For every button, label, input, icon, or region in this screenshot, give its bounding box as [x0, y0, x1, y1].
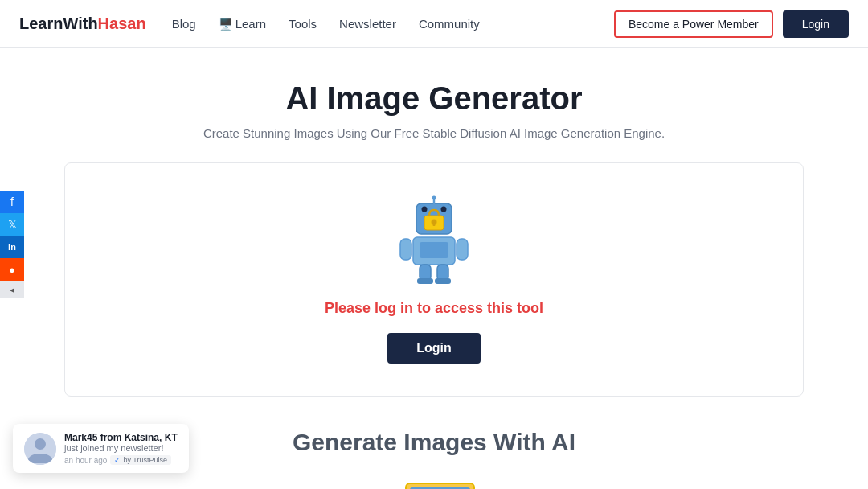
svg-rect-11	[457, 239, 468, 260]
ai-illustration-container	[64, 475, 804, 489]
svg-point-7	[441, 207, 447, 212]
social-sidebar: f 𝕏 in ● ◂	[0, 191, 24, 298]
collapse-icon: ◂	[10, 285, 14, 295]
login-button[interactable]: Login	[783, 10, 849, 38]
trustpulse-action: just joined my newsletter!	[64, 443, 178, 453]
svg-point-6	[422, 207, 428, 212]
nav-learn[interactable]: 🖥️ Learn	[219, 17, 266, 31]
svg-point-34	[35, 438, 46, 450]
svg-point-5	[432, 196, 436, 200]
tool-card: Please log in to access this tool Login	[64, 162, 804, 397]
nav-learn-label: Learn	[235, 17, 266, 31]
trustpulse-meta: an hour ago ✓ by TrustPulse	[64, 455, 178, 465]
nav-blog[interactable]: Blog	[172, 17, 196, 31]
avatar-icon	[24, 433, 56, 465]
social-collapse-button[interactable]: ◂	[0, 281, 24, 298]
nav-community[interactable]: Community	[419, 17, 480, 31]
svg-rect-9	[420, 242, 448, 258]
trustpulse-time: an hour ago	[64, 456, 107, 465]
power-member-button[interactable]: Become a Power Member	[614, 10, 773, 38]
linkedin-share-button[interactable]: in	[0, 236, 24, 258]
login-prompt-text: Please log in to access this tool	[325, 300, 543, 317]
linkedin-icon: in	[8, 242, 16, 252]
logo-learn: Learn	[19, 14, 63, 33]
facebook-share-button[interactable]: f	[0, 191, 24, 213]
svg-rect-15	[435, 278, 451, 284]
trustpulse-notification: Mark45 from Katsina, KT just joined my n…	[13, 424, 189, 473]
main-content: AI Image Generator Create Stunning Image…	[48, 48, 820, 489]
page-title: AI Image Generator	[64, 80, 804, 117]
robot-illustration	[394, 195, 474, 284]
svg-rect-14	[417, 278, 433, 284]
svg-rect-10	[400, 239, 411, 260]
twitter-icon: 𝕏	[8, 218, 17, 231]
navbar: LearnWithHasan Blog 🖥️ Learn Tools Newsl…	[0, 0, 868, 48]
logo-with: With	[63, 14, 97, 33]
nav-actions: Become a Power Member Login	[614, 10, 849, 38]
facebook-icon: f	[10, 195, 14, 208]
twitter-share-button[interactable]: 𝕏	[0, 213, 24, 236]
check-icon: ✓	[114, 456, 121, 464]
svg-rect-3	[433, 222, 436, 226]
nav-tools[interactable]: Tools	[289, 17, 317, 31]
nav-links: Blog 🖥️ Learn Tools Newsletter Community	[172, 17, 614, 31]
trustpulse-name: Mark45 from Katsina, KT	[64, 432, 178, 443]
trustpulse-badge: ✓ by TrustPulse	[110, 455, 171, 465]
nav-newsletter[interactable]: Newsletter	[339, 17, 396, 31]
card-login-button[interactable]: Login	[387, 333, 481, 364]
ai-illustration	[382, 475, 486, 489]
site-logo[interactable]: LearnWithHasan	[19, 14, 146, 33]
trustpulse-avatar	[24, 433, 56, 465]
trustpulse-content: Mark45 from Katsina, KT just joined my n…	[64, 432, 178, 465]
page-subtitle: Create Stunning Images Using Our Free St…	[64, 126, 804, 140]
learn-icon: 🖥️	[219, 18, 232, 31]
trustpulse-badge-text: by TrustPulse	[123, 456, 167, 464]
reddit-share-button[interactable]: ●	[0, 258, 24, 281]
logo-hasan: Hasan	[98, 14, 146, 33]
reddit-icon: ●	[9, 264, 15, 276]
